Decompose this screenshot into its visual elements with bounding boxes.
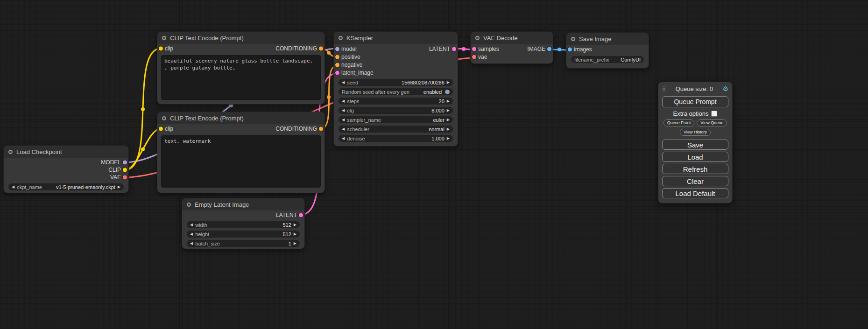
- negative-prompt-textarea[interactable]: text, watermark: [161, 135, 321, 188]
- refresh-button[interactable]: Refresh: [662, 164, 728, 174]
- node-title: Load Checkpoint: [16, 148, 62, 155]
- seed-widget[interactable]: ◀ seed 156680208700286 ▶: [339, 79, 453, 86]
- latent-output-slot[interactable]: [452, 47, 456, 51]
- vae-output-slot[interactable]: [123, 175, 127, 180]
- decrement-arrow-icon[interactable]: ◀: [12, 185, 14, 189]
- widget-label: cfg: [347, 108, 354, 113]
- decrement-arrow-icon[interactable]: ◀: [190, 232, 193, 236]
- widget-value: 156680208700286: [402, 80, 445, 85]
- batch-size-widget[interactable]: ◀ batch_size 1 ▶: [187, 240, 300, 247]
- vae-input-slot[interactable]: [472, 55, 476, 59]
- queue-prompt-button[interactable]: Queue Prompt: [662, 96, 728, 107]
- collapse-dot[interactable]: [8, 150, 13, 154]
- positive-input-slot[interactable]: [335, 55, 339, 59]
- images-input-label: images: [574, 46, 592, 53]
- decrement-arrow-icon[interactable]: ◀: [190, 223, 193, 227]
- view-history-button[interactable]: View History: [680, 129, 711, 136]
- widget-label: batch_size: [195, 241, 220, 246]
- collapse-dot[interactable]: [187, 203, 191, 207]
- slot-row: vae: [471, 53, 553, 61]
- image-output-slot[interactable]: [547, 47, 551, 51]
- drag-handle-icon[interactable]: ⣿: [662, 86, 666, 92]
- scheduler-widget[interactable]: ◀ scheduler normal ▶: [339, 126, 453, 133]
- widget-value: ComfyUI: [621, 57, 641, 63]
- queue-front-button[interactable]: Queue Front: [663, 119, 695, 126]
- decrement-arrow-icon[interactable]: ◀: [342, 137, 345, 140]
- sampler-name-widget[interactable]: ◀ sampler_name euler ▶: [339, 116, 453, 123]
- load-default-button[interactable]: Load Default: [662, 188, 728, 198]
- widget-value: 512: [282, 231, 291, 237]
- negative-input-slot[interactable]: [335, 63, 339, 67]
- node-title-bar[interactable]: Load Checkpoint: [4, 146, 128, 158]
- images-input-slot[interactable]: [568, 47, 572, 51]
- collapse-dot[interactable]: [339, 36, 343, 40]
- save-button[interactable]: Save: [662, 140, 728, 150]
- toggle-dot-icon[interactable]: [445, 90, 450, 94]
- conditioning-output-slot[interactable]: [319, 127, 323, 131]
- cfg-widget[interactable]: ◀ cfg 8.000 ▶: [339, 107, 453, 114]
- collapse-dot[interactable]: [162, 36, 166, 40]
- extra-options-checkbox[interactable]: [711, 111, 717, 117]
- ckpt-name-widget[interactable]: ◀ ckpt_name v1-5-pruned-emaonly.ckpt ▶: [8, 183, 124, 190]
- load-button[interactable]: Load: [662, 152, 728, 162]
- collapse-dot[interactable]: [162, 116, 166, 120]
- slot-row: samples IMAGE: [471, 45, 553, 53]
- node-clip-text-encode-negative[interactable]: CLIP Text Encode (Prompt) clip CONDITION…: [157, 112, 325, 193]
- node-title-bar[interactable]: Empty Latent Image: [182, 198, 304, 210]
- decrement-arrow-icon[interactable]: ◀: [342, 118, 345, 122]
- increment-arrow-icon[interactable]: ▶: [447, 81, 450, 84]
- model-output-slot[interactable]: [123, 161, 127, 165]
- node-title-bar[interactable]: KSampler: [334, 32, 458, 44]
- clip-input-slot[interactable]: [159, 47, 163, 51]
- decrement-arrow-icon[interactable]: ◀: [342, 109, 345, 112]
- positive-prompt-textarea[interactable]: beautiful scenery nature glass bottle la…: [161, 55, 321, 100]
- node-title: KSampler: [346, 35, 373, 42]
- node-clip-text-encode-positive[interactable]: CLIP Text Encode (Prompt) clip CONDITION…: [157, 32, 325, 104]
- node-load-checkpoint[interactable]: Load Checkpoint MODEL CLIP VAE ◀ ckpt_na…: [4, 146, 128, 193]
- filename-prefix-widget[interactable]: filename_prefix ComfyUI: [571, 56, 644, 63]
- increment-arrow-icon[interactable]: ▶: [447, 137, 450, 140]
- increment-arrow-icon[interactable]: ▶: [294, 232, 296, 236]
- node-save-image[interactable]: Save Image images filename_prefix ComfyU…: [566, 33, 649, 68]
- denoise-widget[interactable]: ◀ denoise 1.000 ▶: [339, 135, 453, 142]
- latent-output-slot[interactable]: [299, 213, 303, 217]
- node-empty-latent-image[interactable]: Empty Latent Image LATENT ◀ width 512 ▶ …: [182, 198, 304, 249]
- increment-arrow-icon[interactable]: ▶: [447, 118, 450, 122]
- latent-output-label: LATENT: [429, 46, 450, 52]
- latent-image-input-slot[interactable]: [335, 70, 339, 75]
- width-widget[interactable]: ◀ width 512 ▶: [187, 221, 300, 228]
- view-queue-button[interactable]: View Queue: [697, 119, 727, 126]
- widget-value: 8.000: [431, 108, 445, 113]
- node-title-bar[interactable]: CLIP Text Encode (Prompt): [157, 32, 325, 44]
- increment-arrow-icon[interactable]: ▶: [447, 99, 450, 103]
- samples-input-slot[interactable]: [472, 47, 476, 51]
- increment-arrow-icon[interactable]: ▶: [118, 185, 120, 189]
- increment-arrow-icon[interactable]: ▶: [447, 109, 450, 112]
- node-graph-canvas[interactable]: Load Checkpoint MODEL CLIP VAE ◀ ckpt_na…: [0, 0, 868, 329]
- decrement-arrow-icon[interactable]: ◀: [342, 127, 345, 131]
- collapse-dot[interactable]: [475, 36, 480, 40]
- node-ksampler[interactable]: KSampler model LATENT positive negative …: [334, 32, 458, 146]
- clip-input-slot[interactable]: [159, 127, 163, 131]
- node-title-bar[interactable]: CLIP Text Encode (Prompt): [157, 112, 325, 124]
- slot-row: clip CONDITIONING: [157, 44, 325, 53]
- model-input-slot[interactable]: [335, 47, 339, 51]
- conditioning-output-slot[interactable]: [319, 47, 323, 51]
- steps-widget[interactable]: ◀ steps 20 ▶: [339, 98, 453, 105]
- increment-arrow-icon[interactable]: ▶: [294, 223, 296, 227]
- node-vae-decode[interactable]: VAE Decode samples IMAGE vae: [471, 32, 553, 63]
- random-seed-toggle-widget[interactable]: Random seed after every gen enabled: [339, 88, 453, 95]
- widget-value: 512: [282, 222, 291, 228]
- collapse-dot[interactable]: [571, 37, 575, 41]
- decrement-arrow-icon[interactable]: ◀: [342, 81, 345, 84]
- decrement-arrow-icon[interactable]: ◀: [190, 242, 193, 245]
- height-widget[interactable]: ◀ height 512 ▶: [187, 231, 300, 238]
- node-title-bar[interactable]: VAE Decode: [471, 32, 553, 44]
- clear-button[interactable]: Clear: [662, 176, 728, 186]
- settings-gear-icon[interactable]: ⚙: [722, 85, 728, 92]
- decrement-arrow-icon[interactable]: ◀: [342, 99, 345, 103]
- node-title-bar[interactable]: Save Image: [566, 33, 649, 45]
- increment-arrow-icon[interactable]: ▶: [294, 242, 296, 245]
- clip-output-slot[interactable]: [123, 168, 127, 172]
- increment-arrow-icon[interactable]: ▶: [447, 127, 450, 131]
